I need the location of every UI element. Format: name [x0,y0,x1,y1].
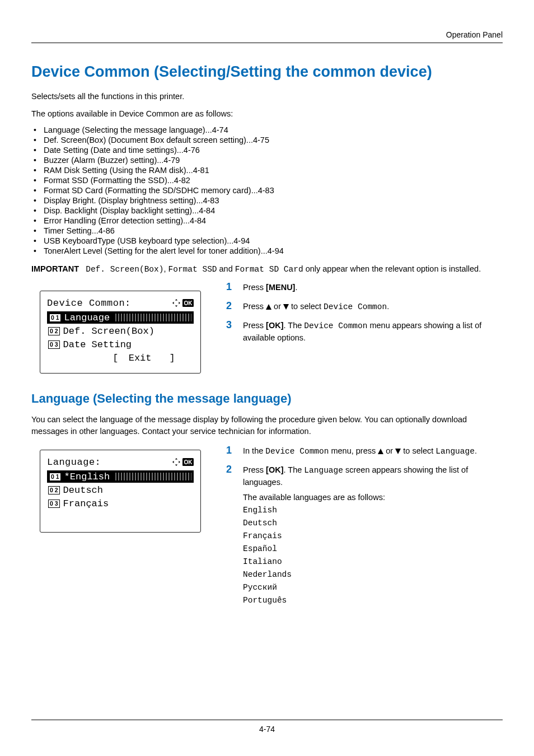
ok-icon: OK [182,299,194,307]
bullet-list: •Language (Selecting the message languag… [31,125,503,255]
intro-1: Selects/sets all the functions in this p… [31,91,503,102]
page-title: Device Common (Selecting/Setting the com… [31,63,503,81]
svg-text:OK: OK [184,459,193,465]
lcd-language: Language: OK 0 1*English 0 2 Deutsch [40,450,201,533]
header-right: Operation Panel [31,30,503,39]
language-item: Português [243,595,503,606]
bullet-item: •Buzzer (Alarm (Buzzer) setting)...4-79 [31,156,503,165]
lcd2-row-1: 0 1*English [47,470,194,483]
lcd1-row-3: 0 3 Date Setting [47,338,194,351]
intro-2: The options available in Device Common a… [31,108,503,120]
important-note: IMPORTANT Def. Screen(Box), Format SSD a… [31,264,503,274]
language-item: English [243,505,503,516]
bullet-item: •RAM Disk Setting (Using the RAM disk)..… [31,166,503,175]
header-rule [31,43,503,43]
down-triangle-icon [283,304,289,310]
footer-rule [31,720,503,720]
language-item: Nederlands [243,569,503,581]
language-item: Deutsch [243,517,503,529]
svg-text:OK: OK [184,300,193,306]
up-triangle-icon [266,304,271,310]
important-label: IMPORTANT [31,264,79,273]
lcd1-row-2: 0 2 Def. Screen(Box) [47,325,194,337]
lcd1-row-1: 0 1 Language [47,311,194,324]
up-triangle-icon [378,449,383,454]
page-number: 4-74 [31,725,503,734]
lcd2-title: Language: [47,457,101,468]
step-1-1: 1 Press [MENU]. [226,279,503,294]
step-2-1: 1 In the Device Common menu, press or to… [226,443,503,458]
bullet-item: •Format SSD (Formatting the SSD)...4-82 [31,176,503,185]
code-def-screen: Def. Screen(Box) [86,265,163,274]
ok-icon: OK [182,458,194,466]
bullet-item: •Timer Setting...4-86 [31,226,503,235]
step-1-3: 3 Press [OK]. The Device Common menu app… [226,318,503,344]
language-item: Русский [243,582,503,594]
bullet-item: •TonerAlert Level (Setting for the alert… [31,246,503,255]
bullet-item: •Error Handling (Error detection setting… [31,216,503,225]
dpad-icon [172,458,181,466]
language-list: EnglishDeutschFrançaisEspañolItalianoNed… [243,505,503,606]
step-2-2: 2 Press [OK]. The Language screen appear… [226,462,503,608]
bullet-item: •Language (Selecting the message languag… [31,125,503,134]
section-title-language: Language (Selecting the message language… [31,391,503,406]
language-item: Italiano [243,556,503,568]
lcd1-footer: [ Exit ] [47,352,194,364]
bullet-item: •USB KeyboardType (USB keyboard type sel… [31,236,503,245]
bullet-item: •Format SD Card (Formatting the SD/SDHC … [31,186,503,195]
lang-intro: You can select the language of the messa… [31,414,503,437]
lcd2-row-2: 0 2 Deutsch [47,484,194,496]
bullet-item: •Display Bright. (Display brightness set… [31,196,503,205]
code-format-sd: Format SD Card [235,265,303,274]
lcd-device-common: Device Common: OK 0 1 Language 0 2 Def [40,291,201,374]
section-steps-2: Language: OK 0 1*English 0 2 Deutsch [31,443,503,612]
dpad-icon [172,298,181,307]
bullet-item: •Disp. Backlight (Display backlight sett… [31,206,503,215]
bullet-item: •Date Setting (Date and time settings)..… [31,146,503,155]
step-1-2: 2 Press or to select Device Common. [226,298,503,313]
lcd-icons: OK [172,298,194,307]
lcd-icons-2: OK [172,458,194,466]
section-steps-1: Device Common: OK 0 1 Language 0 2 Def [31,279,503,374]
down-triangle-icon [395,449,401,454]
bullet-item: •Def. Screen(Box) (Document Box default … [31,136,503,144]
lcd2-row-3: 0 3 Français [47,497,194,510]
page: Operation Panel Device Common (Selecting… [0,0,534,756]
language-item: Español [243,543,503,555]
code-format-ssd: Format SSD [168,265,217,274]
footer: 4-74 [31,720,503,734]
lcd1-title: Device Common: [47,298,131,309]
language-item: Français [243,530,503,542]
